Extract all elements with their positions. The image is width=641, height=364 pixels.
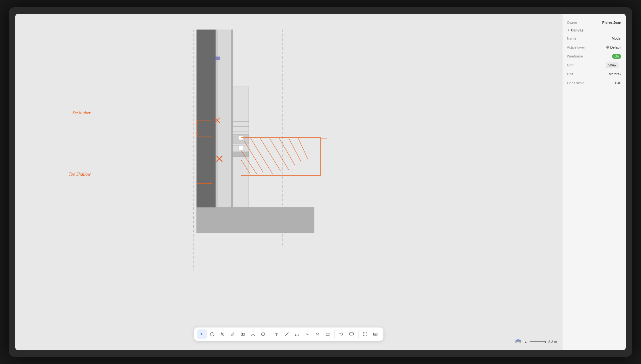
toolbar-divider-1: [270, 330, 270, 339]
owner-label: Owner: [567, 21, 602, 24]
canvas-section-header[interactable]: ▼ Canvas: [562, 26, 626, 34]
grid-row: Grid Show: [562, 61, 626, 70]
svg-line-42: [223, 335, 224, 336]
svg-rect-11: [238, 136, 243, 140]
active-layer-row: Active layer Default: [562, 43, 626, 52]
tool-expand[interactable]: [361, 329, 370, 339]
name-row: Name Model: [562, 34, 626, 43]
svg-line-57: [307, 333, 308, 335]
layer-badge[interactable]: Default: [606, 45, 621, 49]
owner-value: Pierre-Jean: [602, 21, 621, 24]
tool-keyboard[interactable]: [371, 329, 380, 339]
app-window: Set higher Too Shallow: [15, 14, 626, 350]
tool-dimension[interactable]: [293, 329, 302, 339]
svg-rect-60: [326, 333, 329, 335]
grid-show-button[interactable]: Show: [606, 63, 618, 68]
svg-rect-36: [215, 57, 220, 60]
tool-circle[interactable]: [258, 329, 268, 339]
canvas-area[interactable]: Set higher Too Shallow: [15, 14, 562, 350]
tool-comment[interactable]: [347, 329, 356, 339]
scale-indicator: ▲ 3.3 m: [515, 338, 557, 345]
toolbar-divider-2: [334, 330, 335, 339]
lines-scale-label: Lines scale: [567, 81, 615, 85]
svg-rect-69: [516, 342, 521, 343]
tool-break[interactable]: [303, 329, 312, 339]
canvas-chevron-icon: ▼: [567, 29, 570, 32]
tool-text[interactable]: T: [272, 329, 282, 339]
scale-value: 3.3 m: [548, 340, 557, 344]
wireframe-row: Wireframe On: [562, 52, 626, 61]
tool-draw[interactable]: [228, 329, 238, 339]
layer-dot-icon: [606, 46, 609, 49]
scale-line: [530, 341, 546, 342]
svg-rect-3: [196, 30, 216, 214]
tool-line[interactable]: [282, 329, 292, 339]
svg-rect-62: [350, 333, 354, 335]
layer-icon[interactable]: [515, 338, 522, 345]
svg-line-43: [234, 332, 234, 333]
svg-text:T: T: [275, 332, 278, 336]
lines-scale-row: Lines scale 1:40: [562, 78, 626, 87]
unit-select[interactable]: Meters ▾: [609, 72, 621, 76]
svg-marker-61: [340, 333, 341, 334]
wireframe-label: Wireframe: [567, 54, 612, 58]
svg-rect-10: [233, 152, 249, 157]
tool-wall[interactable]: [238, 329, 248, 339]
tool-rotate[interactable]: [337, 329, 346, 339]
screen: Set higher Too Shallow: [9, 7, 632, 357]
tool-3d[interactable]: [208, 329, 217, 339]
svg-rect-12: [238, 145, 243, 150]
canvas-section-label: Canvas: [571, 28, 583, 32]
chevron-up-icon[interactable]: ▲: [524, 340, 527, 344]
svg-rect-45: [243, 333, 245, 335]
tool-rect[interactable]: [323, 329, 333, 339]
wireframe-toggle[interactable]: On: [612, 54, 621, 59]
active-layer-label: Active layer: [567, 45, 606, 49]
tool-cut[interactable]: [313, 329, 322, 339]
svg-rect-44: [241, 333, 243, 335]
unit-label: Unit: [567, 72, 609, 76]
active-layer-value: Default: [610, 45, 621, 49]
name-label: Name: [567, 37, 612, 40]
toolbar: T: [194, 327, 383, 341]
grid-label: Grid: [567, 63, 605, 67]
svg-rect-35: [196, 207, 314, 233]
toolbar-divider-3: [358, 330, 359, 339]
svg-line-49: [286, 333, 289, 336]
name-value: Model: [612, 37, 621, 40]
toolbar-section-main: T: [197, 329, 380, 339]
unit-chevron-icon: ▾: [620, 73, 621, 76]
unit-row: Unit Meters ▾: [562, 70, 626, 78]
unit-value: Meters: [609, 72, 619, 76]
svg-point-47: [262, 333, 265, 336]
svg-marker-41: [210, 332, 214, 336]
owner-row: Owner Pierre-Jean: [562, 17, 626, 26]
tool-cursor2[interactable]: [218, 329, 227, 339]
grid-divider: [621, 63, 621, 68]
tool-arc[interactable]: [248, 329, 258, 339]
svg-rect-6: [231, 30, 233, 214]
architectural-drawing: [41, 23, 390, 284]
tool-select[interactable]: [197, 329, 207, 339]
right-panel: Owner Pierre-Jean ▼ Canvas Name Model Ac…: [562, 14, 626, 350]
lines-scale-value: 1:40: [615, 81, 621, 85]
